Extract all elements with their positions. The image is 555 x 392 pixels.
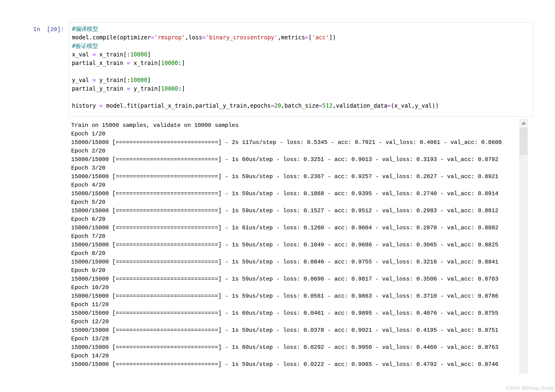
epoch-progress-line: 15000/15000 [===========================… (71, 309, 517, 318)
epoch-progress-line: 15000/15000 [===========================… (71, 326, 517, 335)
output-scrollbar[interactable] (519, 119, 528, 373)
scroll-up-icon[interactable] (521, 122, 526, 124)
scrollbar-thumb[interactable] (520, 128, 527, 155)
epoch-label-line: Epoch 13/20 (71, 335, 517, 343)
epoch-label-line: Epoch 6/20 (71, 215, 517, 224)
code-line: y_val = y_train[:10000] (72, 76, 530, 85)
epoch-label-line: Epoch 1/20 (71, 130, 517, 138)
code-line: history = model.fit(partial_x_train,part… (72, 101, 530, 110)
code-line: partial_y_train = y_train[10000:] (72, 85, 530, 93)
code-line (72, 67, 530, 76)
epoch-progress-line: 15000/15000 [===========================… (71, 207, 517, 215)
epoch-progress-line: 15000/15000 [===========================… (71, 360, 517, 369)
watermark-text: CSDN @Rong_Gong (506, 385, 553, 391)
epoch-label-line: Epoch 14/20 (71, 352, 517, 360)
epoch-label-line: Epoch 7/20 (71, 232, 517, 241)
notebook-page: In [20]: #编译模型model.compile(optimizer='r… (0, 0, 555, 392)
epoch-label-line: Epoch 10/20 (71, 283, 517, 292)
code-line: #编译模型 (72, 25, 530, 33)
code-line: partial_x_train = x_train[10000:] (72, 59, 530, 67)
epoch-progress-line: 15000/15000 [===========================… (71, 138, 517, 147)
epoch-label-line: Epoch 4/20 (71, 181, 517, 189)
code-line: model.compile(optimizer='rmsprop',loss='… (72, 33, 530, 42)
epoch-progress-line: 15000/15000 [===========================… (71, 275, 517, 283)
epoch-label-line: Epoch 9/20 (71, 266, 517, 275)
epoch-progress-line: 15000/15000 [===========================… (71, 343, 517, 352)
epoch-progress-line: 15000/15000 [===========================… (71, 292, 517, 300)
code-line: #验证模型 (72, 42, 530, 50)
cell-output-area[interactable]: Train on 15000 samples, validate on 1000… (69, 119, 519, 375)
cell-input-prompt: In [20]: (33, 26, 64, 33)
code-line (72, 93, 530, 101)
epoch-progress-line: 15000/15000 [===========================… (71, 155, 517, 164)
epoch-label-line: Epoch 11/20 (71, 300, 517, 309)
epoch-log-lines: Epoch 1/2015000/15000 [=================… (71, 130, 517, 369)
training-log: Train on 15000 samples, validate on 1000… (69, 119, 519, 371)
epoch-label-line: Epoch 8/20 (71, 249, 517, 258)
epoch-label-line: Epoch 2/20 (71, 147, 517, 155)
epoch-progress-line: 15000/15000 [===========================… (71, 224, 517, 232)
epoch-label-line: Epoch 5/20 (71, 198, 517, 207)
code-cell-input[interactable]: #编译模型model.compile(optimizer='rmsprop',l… (69, 22, 533, 117)
code-content: #编译模型model.compile(optimizer='rmsprop',l… (69, 22, 533, 112)
epoch-label-line: Epoch 12/20 (71, 318, 517, 326)
code-line: x_val = x_train[:10000] (72, 50, 530, 59)
epoch-progress-line: 15000/15000 [===========================… (71, 172, 517, 181)
epoch-label-line: Epoch 3/20 (71, 164, 517, 172)
output-header-line: Train on 15000 samples, validate on 1000… (71, 121, 517, 130)
epoch-progress-line: 15000/15000 [===========================… (71, 241, 517, 249)
epoch-progress-line: 15000/15000 [===========================… (71, 189, 517, 198)
epoch-progress-line: 15000/15000 [===========================… (71, 258, 517, 266)
